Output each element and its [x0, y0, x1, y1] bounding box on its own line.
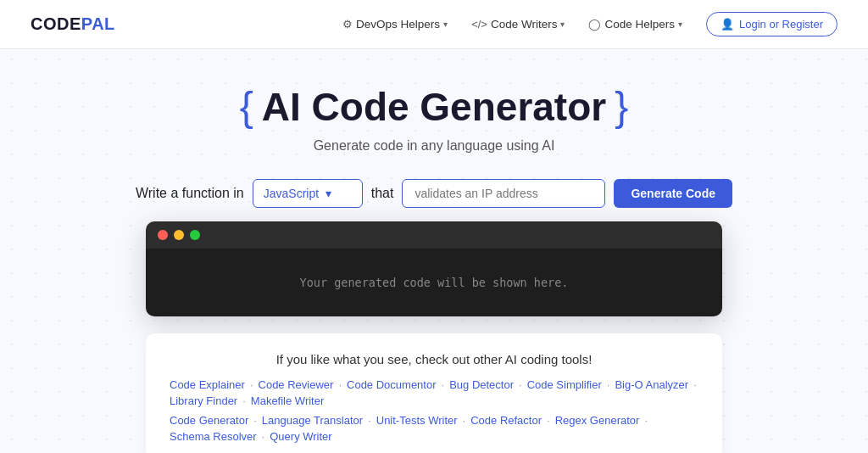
login-button[interactable]: 👤 Login or Register	[706, 12, 837, 36]
tool-link-code-generator[interactable]: Code Generator	[170, 414, 248, 427]
nav-item-helpers[interactable]: ◯ Code Helpers ▾	[588, 18, 682, 31]
function-description-input[interactable]	[402, 179, 605, 208]
tool-link-code-simplifier[interactable]: Code Simplifier	[527, 378, 602, 391]
brace-open: {	[240, 83, 253, 130]
tool-link-code-documentor[interactable]: Code Documentor	[347, 378, 437, 391]
code-placeholder-text: Your generated code will be shown here.	[300, 276, 569, 289]
nav-item-writers[interactable]: </> Code Writers ▾	[471, 18, 565, 31]
code-window-body: Your generated code will be shown here.	[146, 249, 722, 316]
window-dot-green	[190, 230, 200, 240]
generate-code-button[interactable]: Generate Code	[614, 179, 732, 208]
tools-section-title: If you like what you see, check out othe…	[170, 352, 698, 366]
nav-menu: ⚙ DevOps Helpers ▾ </> Code Writers ▾ ◯ …	[342, 12, 837, 36]
writers-icon: </>	[471, 18, 487, 31]
chevron-down-icon-3: ▾	[678, 20, 682, 29]
brand-logo[interactable]: CODEPAL	[31, 14, 115, 34]
tool-link-code-explainer[interactable]: Code Explainer	[170, 378, 245, 391]
tool-link-makefile-writer[interactable]: Makefile Writer	[251, 394, 324, 407]
brace-close: }	[615, 83, 628, 130]
tool-link-bigo-analyzer[interactable]: Big-O Analyzer	[615, 378, 688, 391]
brand-code: CODE	[31, 14, 81, 33]
login-label: Login or Register	[739, 18, 823, 31]
generate-label: Generate Code	[631, 187, 715, 200]
chevron-down-icon-2: ▾	[560, 20, 565, 29]
tools-row-2: Code Generator · Language Translator · U…	[170, 414, 698, 443]
tool-link-language-translator[interactable]: Language Translator	[262, 414, 363, 427]
helpers-icon: ◯	[588, 18, 601, 31]
language-value: JavaScript	[264, 187, 319, 200]
tool-link-unit-tests-writer[interactable]: Unit-Tests Writer	[376, 414, 458, 427]
window-dot-yellow	[174, 230, 184, 240]
window-dot-red	[158, 230, 168, 240]
main-content: { AI Code Generator } Generate code in a…	[0, 49, 868, 453]
nav-label-helpers: Code Helpers	[604, 18, 675, 31]
nav-label-writers: Code Writers	[491, 18, 558, 31]
hero-title-text: AI Code Generator	[262, 84, 606, 130]
code-window: Your generated code will be shown here.	[146, 221, 722, 316]
tool-link-schema-resolver[interactable]: Schema Resolver	[170, 430, 257, 443]
connector-label: that	[371, 186, 394, 201]
nav-label-devops: DevOps Helpers	[356, 18, 440, 31]
code-window-header	[146, 221, 722, 249]
chevron-down-icon: ▾	[443, 20, 448, 29]
user-icon: 👤	[721, 18, 734, 31]
select-chevron-icon: ▾	[326, 187, 331, 200]
tool-link-code-reviewer[interactable]: Code Reviewer	[259, 378, 334, 391]
tool-link-query-writer[interactable]: Query Writer	[270, 430, 331, 443]
brand-pal: PAL	[81, 14, 115, 33]
language-select[interactable]: JavaScript ▾	[253, 179, 363, 208]
nav-item-devops[interactable]: ⚙ DevOps Helpers ▾	[342, 18, 448, 31]
navbar: CODEPAL ⚙ DevOps Helpers ▾ </> Code Writ…	[0, 0, 868, 49]
tool-link-regex-generator[interactable]: Regex Generator	[555, 414, 640, 427]
hero-title: { AI Code Generator }	[240, 83, 628, 130]
input-row: Write a function in JavaScript ▾ that Ge…	[136, 179, 732, 208]
tools-section: If you like what you see, check out othe…	[146, 333, 722, 453]
tool-link-bug-detector[interactable]: Bug Detector	[449, 378, 514, 391]
hero-subtitle: Generate code in any language using AI	[314, 138, 555, 154]
prefix-label: Write a function in	[136, 186, 244, 201]
tool-link-code-refactor[interactable]: Code Refactor	[470, 414, 542, 427]
devops-icon: ⚙	[342, 18, 353, 31]
tool-link-library-finder[interactable]: Library Finder	[170, 394, 237, 407]
tools-row-1: Code Explainer · Code Reviewer · Code Do…	[170, 378, 698, 407]
